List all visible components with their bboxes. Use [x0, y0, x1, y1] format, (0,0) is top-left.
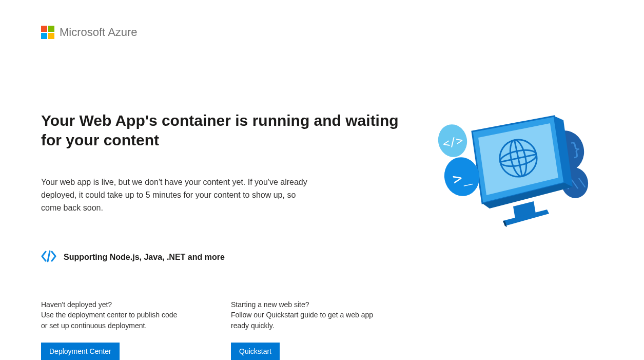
quickstart-button[interactable]: Quickstart: [231, 343, 280, 360]
hero-illustration: { } :\\: [431, 111, 595, 236]
code-icon: [41, 250, 56, 264]
page-description: Your web app is live, but we don't have …: [41, 176, 308, 214]
deployment-center-button[interactable]: Deployment Center: [41, 343, 120, 360]
deploy-column: Haven't deployed yet? Use the deployment…: [41, 300, 185, 360]
deploy-text: Use the deployment center to publish cod…: [41, 310, 185, 331]
svg-line-0: [48, 251, 50, 261]
microsoft-logo-icon: [41, 26, 54, 39]
brand-text: Microsoft Azure: [60, 26, 138, 39]
monitor-icon: [472, 116, 573, 227]
code-badge-light-icon: </>: [435, 122, 470, 160]
supporting-row: Supporting Node.js, Java, .NET and more: [41, 250, 411, 264]
quickstart-column: Starting a new web site? Follow our Quic…: [231, 300, 375, 360]
supporting-text: Supporting Node.js, Java, .NET and more: [64, 253, 225, 262]
logo-square-br: [48, 33, 54, 39]
quickstart-text: Follow our Quickstart guide to get a web…: [231, 310, 375, 331]
page-title: Your Web App's container is running and …: [41, 111, 411, 149]
header: Microsoft Azure: [41, 26, 603, 39]
logo-square-bl: [41, 33, 47, 39]
logo-square-tl: [41, 26, 47, 32]
deploy-heading: Haven't deployed yet?: [41, 300, 185, 309]
logo-square-tr: [48, 26, 54, 32]
main-content: Your Web App's container is running and …: [41, 111, 411, 360]
quickstart-heading: Starting a new web site?: [231, 300, 375, 309]
